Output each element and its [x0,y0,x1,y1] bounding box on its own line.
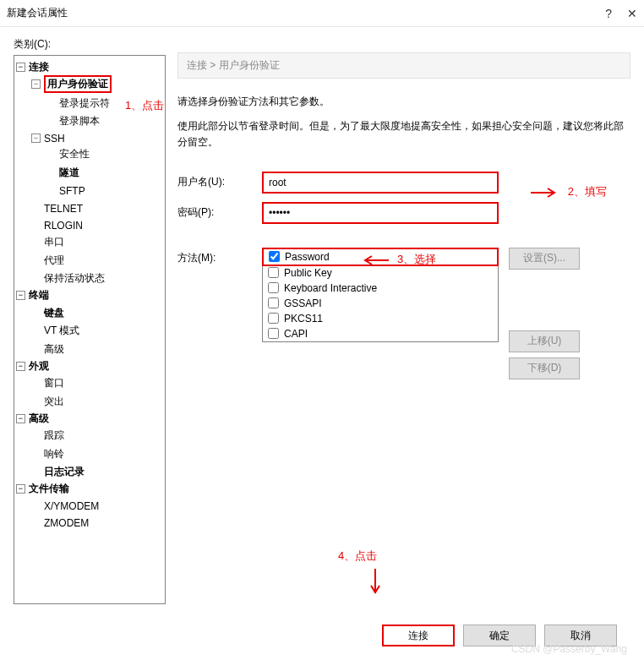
tree-rlogin[interactable]: RLOGIN [31,220,83,232]
tree-xymodem[interactable]: X/YMODEM [31,500,99,512]
tree-connection[interactable]: −连接 [16,60,49,74]
tree-serial[interactable]: 串口 [31,235,64,249]
method-gssapi[interactable]: GSSAPI [263,296,498,311]
tree-advanced[interactable]: −高级 [16,412,49,426]
desc-line1: 请选择身份验证方法和其它参数。 [177,94,630,110]
arrow-down-icon [368,567,382,596]
tree-filetransfer[interactable]: −文件传输 [16,482,69,496]
category-label: 类别(C): [14,37,166,52]
tree-highlight[interactable]: 突出 [31,395,64,409]
tree-telnet[interactable]: TELNET [31,203,83,215]
upper-pane: 类别(C): −连接 −用户身份验证 登录提示符 登录脚本 −SSH [14,37,630,604]
tree-trace[interactable]: 跟踪 [31,428,64,443]
method-pkcs11[interactable]: PKCS11 [263,311,498,326]
window-controls: ? ✕ [605,7,637,20]
row-username: 用户名(U): [177,172,630,194]
tree-bell[interactable]: 响铃 [31,447,64,461]
tree-keyboard[interactable]: 键盘 [31,306,64,320]
tree-login-prompt[interactable]: 登录提示符 [46,96,110,111]
content: 类别(C): −连接 −用户身份验证 登录提示符 登录脚本 −SSH [0,27,644,660]
collapse-icon[interactable]: − [31,79,41,89]
tree-security[interactable]: 安全性 [46,147,90,161]
tree-user-auth[interactable]: −用户身份验证 [31,75,112,93]
method-keyboard-checkbox[interactable] [268,282,279,293]
tree-tunnel[interactable]: 隧道 [46,166,79,180]
breadcrumb: 连接 > 用户身份验证 [177,52,630,79]
method-buttons: 设置(S)... 上移(U) 下移(D) [509,248,580,379]
method-password-checkbox[interactable] [269,251,280,262]
tree-log[interactable]: 日志记录 [31,465,85,479]
tree-ssh[interactable]: −SSH [31,133,65,145]
collapse-icon[interactable]: − [31,134,41,143]
window-title: 新建会话属性 [7,6,605,20]
password-label: 密码(P): [177,205,262,220]
username-label: 用户名(U): [177,175,262,189]
method-capi-checkbox[interactable] [268,328,279,339]
right-panel: 连接 > 用户身份验证 请选择身份验证方法和其它参数。 使用此部分以节省登录时间… [177,37,630,604]
tree-terminal[interactable]: −终端 [16,288,49,303]
password-input[interactable] [262,202,499,224]
tree-proxy[interactable]: 代理 [31,254,64,268]
watermark: CSDN @Passerby_Wang [511,643,627,655]
collapse-icon[interactable]: − [16,362,25,371]
tree-keepalive[interactable]: 保持活动状态 [31,271,105,286]
tree-sftp[interactable]: SFTP [46,185,85,197]
username-input[interactable] [262,172,499,194]
close-icon[interactable]: ✕ [627,7,637,20]
tree-window[interactable]: 窗口 [31,376,64,390]
tree-appearance[interactable]: −外观 [16,359,49,374]
methods-list[interactable]: Password Public Key Keyboard Interactive… [262,248,499,342]
category-tree[interactable]: −连接 −用户身份验证 登录提示符 登录脚本 −SSH 安全性 [14,55,166,604]
annotation-4: 4、点击 [338,548,377,564]
collapse-icon[interactable]: − [16,414,25,423]
method-publickey-checkbox[interactable] [268,267,279,278]
left-panel: 类别(C): −连接 −用户身份验证 登录提示符 登录脚本 −SSH [14,37,166,604]
tree-vtmode[interactable]: VT 模式 [31,324,79,338]
method-password[interactable]: Password [262,248,499,266]
method-keyboard[interactable]: Keyboard Interactive [263,281,498,296]
tree-advanced-term[interactable]: 高级 [31,342,64,357]
connect-button[interactable]: 连接 [382,625,455,646]
method-gssapi-checkbox[interactable] [268,297,279,308]
method-capi[interactable]: CAPI [263,326,498,341]
desc-line2: 使用此部分以节省登录时间。但是，为了最大限度地提高安全性，如果担心安全问题，建议… [177,118,630,150]
collapse-icon[interactable]: − [16,63,25,72]
collapse-icon[interactable]: − [16,291,25,300]
row-password: 密码(P): [177,202,630,224]
setup-button[interactable]: 设置(S)... [509,248,580,270]
movedown-button[interactable]: 下移(D) [509,357,580,379]
help-icon[interactable]: ? [605,7,612,20]
method-publickey[interactable]: Public Key [263,265,498,281]
method-label: 方法(M): [177,248,262,265]
moveup-button[interactable]: 上移(U) [509,330,580,352]
tree-zmodem[interactable]: ZMODEM [31,517,89,529]
row-methods: 方法(M): Password Public Key Keyboard Inte… [177,248,630,379]
collapse-icon[interactable]: − [16,484,25,494]
tree-login-script[interactable]: 登录脚本 [46,114,100,128]
method-pkcs11-checkbox[interactable] [268,313,279,324]
titlebar: 新建会话属性 ? ✕ [0,0,644,27]
